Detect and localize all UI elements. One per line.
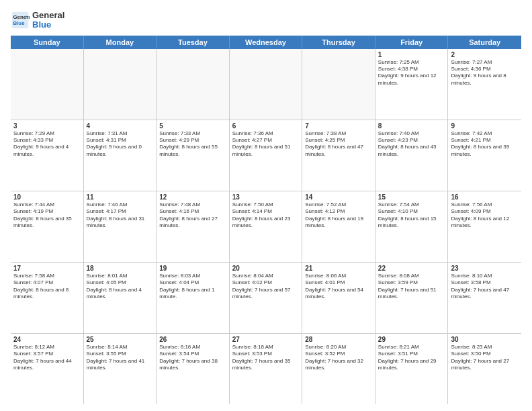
day-info: Sunrise: 8:03 AM Sunset: 4:04 PM Dayligh… [159, 273, 226, 301]
day-info: Sunrise: 7:27 AM Sunset: 4:36 PM Dayligh… [451, 59, 519, 87]
day-info: Sunrise: 7:42 AM Sunset: 4:21 PM Dayligh… [451, 130, 519, 158]
day-number: 1 [378, 51, 445, 58]
day-number: 25 [87, 336, 154, 343]
day-cell-empty-0-1 [84, 49, 157, 120]
day-number: 12 [159, 193, 226, 201]
day-number: 10 [13, 193, 81, 201]
day-number: 11 [87, 193, 154, 201]
day-number: 24 [13, 336, 81, 343]
day-number: 16 [451, 193, 519, 201]
day-cell-21: 21Sunrise: 8:06 AM Sunset: 4:01 PM Dayli… [302, 263, 375, 333]
svg-text:Blue: Blue [13, 20, 26, 26]
header-day-sunday: Sunday [11, 36, 84, 49]
day-cell-18: 18Sunrise: 8:01 AM Sunset: 4:05 PM Dayli… [84, 263, 157, 333]
day-cell-12: 12Sunrise: 7:48 AM Sunset: 4:16 PM Dayli… [157, 191, 230, 262]
day-cell-7: 7Sunrise: 7:38 AM Sunset: 4:25 PM Daylig… [302, 120, 375, 191]
day-cell-empty-0-4 [302, 49, 375, 120]
header-day-wednesday: Wednesday [230, 36, 303, 49]
header-day-friday: Friday [375, 36, 449, 49]
day-info: Sunrise: 8:12 AM Sunset: 3:57 PM Dayligh… [13, 344, 81, 372]
day-cell-25: 25Sunrise: 8:14 AM Sunset: 3:55 PM Dayli… [84, 334, 157, 404]
logo: General Blue General Blue [11, 11, 64, 30]
day-number: 21 [305, 265, 372, 272]
day-info: Sunrise: 8:08 AM Sunset: 3:59 PM Dayligh… [378, 273, 445, 301]
day-number: 3 [13, 122, 81, 130]
day-cell-11: 11Sunrise: 7:46 AM Sunset: 4:17 PM Dayli… [84, 191, 157, 262]
day-info: Sunrise: 8:20 AM Sunset: 3:52 PM Dayligh… [305, 344, 372, 372]
day-info: Sunrise: 8:10 AM Sunset: 3:58 PM Dayligh… [451, 273, 519, 301]
day-number: 7 [305, 122, 372, 130]
day-number: 14 [305, 193, 372, 201]
day-info: Sunrise: 7:52 AM Sunset: 4:12 PM Dayligh… [305, 201, 372, 230]
day-number: 20 [232, 265, 300, 272]
day-info: Sunrise: 8:18 AM Sunset: 3:53 PM Dayligh… [232, 344, 300, 372]
day-info: Sunrise: 8:16 AM Sunset: 3:54 PM Dayligh… [159, 344, 226, 372]
day-cell-23: 23Sunrise: 8:10 AM Sunset: 3:58 PM Dayli… [448, 263, 521, 333]
day-cell-8: 8Sunrise: 7:40 AM Sunset: 4:23 PM Daylig… [375, 120, 449, 191]
day-info: Sunrise: 7:38 AM Sunset: 4:25 PM Dayligh… [305, 130, 372, 158]
day-cell-19: 19Sunrise: 8:03 AM Sunset: 4:04 PM Dayli… [157, 263, 230, 333]
day-number: 17 [13, 265, 81, 272]
svg-text:General: General [13, 15, 30, 21]
day-number: 8 [378, 122, 445, 130]
day-cell-28: 28Sunrise: 8:20 AM Sunset: 3:52 PM Dayli… [302, 334, 375, 404]
day-number: 15 [378, 193, 445, 201]
day-info: Sunrise: 7:25 AM Sunset: 4:38 PM Dayligh… [378, 59, 445, 87]
day-info: Sunrise: 7:48 AM Sunset: 4:16 PM Dayligh… [159, 201, 226, 230]
day-cell-6: 6Sunrise: 7:36 AM Sunset: 4:27 PM Daylig… [230, 120, 303, 191]
day-cell-empty-0-2 [157, 49, 230, 120]
calendar-header: SundayMondayTuesdayWednesdayThursdayFrid… [11, 36, 521, 49]
calendar-row-2: 3Sunrise: 7:29 AM Sunset: 4:33 PM Daylig… [11, 120, 521, 191]
logo-text-general: General [32, 11, 64, 20]
day-number: 23 [451, 265, 519, 272]
calendar-body: 1Sunrise: 7:25 AM Sunset: 4:38 PM Daylig… [11, 49, 521, 404]
header-day-tuesday: Tuesday [157, 36, 230, 49]
day-cell-14: 14Sunrise: 7:52 AM Sunset: 4:12 PM Dayli… [302, 191, 375, 262]
day-cell-4: 4Sunrise: 7:31 AM Sunset: 4:31 PM Daylig… [84, 120, 157, 191]
day-info: Sunrise: 8:23 AM Sunset: 3:50 PM Dayligh… [451, 344, 519, 372]
header: General Blue General Blue [11, 11, 521, 30]
day-number: 26 [159, 336, 226, 343]
day-info: Sunrise: 7:36 AM Sunset: 4:27 PM Dayligh… [232, 130, 300, 158]
day-number: 19 [159, 265, 226, 272]
calendar-row-1: 1Sunrise: 7:25 AM Sunset: 4:38 PM Daylig… [11, 49, 521, 120]
logo-text-blue: Blue [32, 20, 64, 30]
header-day-monday: Monday [84, 36, 157, 49]
day-cell-empty-0-3 [230, 49, 303, 120]
day-cell-17: 17Sunrise: 7:58 AM Sunset: 4:07 PM Dayli… [11, 263, 84, 333]
day-info: Sunrise: 7:29 AM Sunset: 4:33 PM Dayligh… [13, 130, 81, 158]
day-cell-29: 29Sunrise: 8:21 AM Sunset: 3:51 PM Dayli… [375, 334, 449, 404]
day-number: 9 [451, 122, 519, 130]
day-info: Sunrise: 7:54 AM Sunset: 4:10 PM Dayligh… [378, 201, 445, 230]
day-number: 30 [451, 336, 519, 343]
header-day-thursday: Thursday [302, 36, 375, 49]
day-cell-5: 5Sunrise: 7:33 AM Sunset: 4:29 PM Daylig… [157, 120, 230, 191]
calendar-row-4: 17Sunrise: 7:58 AM Sunset: 4:07 PM Dayli… [11, 263, 521, 334]
calendar-row-5: 24Sunrise: 8:12 AM Sunset: 3:57 PM Dayli… [11, 334, 521, 404]
day-info: Sunrise: 7:44 AM Sunset: 4:19 PM Dayligh… [13, 201, 81, 230]
day-info: Sunrise: 8:21 AM Sunset: 3:51 PM Dayligh… [378, 344, 445, 372]
day-info: Sunrise: 7:31 AM Sunset: 4:31 PM Dayligh… [87, 130, 154, 158]
day-number: 18 [87, 265, 154, 272]
logo-icon: General Blue [11, 11, 30, 30]
day-cell-1: 1Sunrise: 7:25 AM Sunset: 4:38 PM Daylig… [375, 49, 449, 120]
day-number: 6 [232, 122, 300, 130]
day-cell-10: 10Sunrise: 7:44 AM Sunset: 4:19 PM Dayli… [11, 191, 84, 262]
day-number: 2 [451, 51, 519, 58]
day-info: Sunrise: 7:40 AM Sunset: 4:23 PM Dayligh… [378, 130, 445, 158]
day-info: Sunrise: 8:06 AM Sunset: 4:01 PM Dayligh… [305, 273, 372, 301]
day-info: Sunrise: 7:58 AM Sunset: 4:07 PM Dayligh… [13, 273, 81, 301]
day-info: Sunrise: 7:56 AM Sunset: 4:09 PM Dayligh… [451, 201, 519, 230]
calendar: SundayMondayTuesdayWednesdayThursdayFrid… [11, 36, 521, 404]
day-cell-27: 27Sunrise: 8:18 AM Sunset: 3:53 PM Dayli… [230, 334, 303, 404]
header-day-saturday: Saturday [448, 36, 521, 49]
day-number: 4 [87, 122, 154, 130]
day-info: Sunrise: 8:04 AM Sunset: 4:02 PM Dayligh… [232, 273, 300, 301]
day-number: 22 [378, 265, 445, 272]
day-cell-empty-0-0 [11, 49, 84, 120]
day-cell-22: 22Sunrise: 8:08 AM Sunset: 3:59 PM Dayli… [375, 263, 449, 333]
day-info: Sunrise: 7:46 AM Sunset: 4:17 PM Dayligh… [87, 201, 154, 230]
day-cell-15: 15Sunrise: 7:54 AM Sunset: 4:10 PM Dayli… [375, 191, 449, 262]
day-number: 13 [232, 193, 300, 201]
day-cell-24: 24Sunrise: 8:12 AM Sunset: 3:57 PM Dayli… [11, 334, 84, 404]
